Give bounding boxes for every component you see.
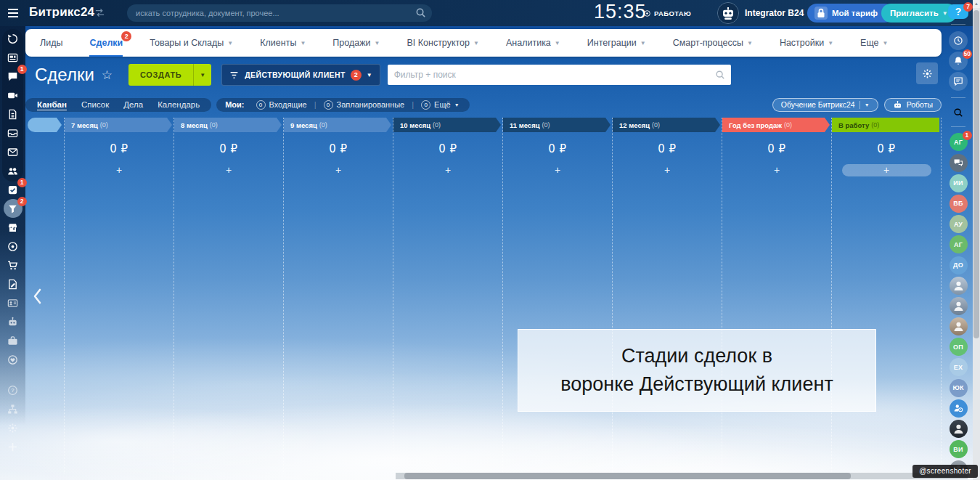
chat-avatar-14[interactable] [950, 420, 968, 438]
chevron-down-icon[interactable]: ▼ [194, 72, 211, 78]
sidebar-item-add[interactable] [4, 437, 23, 456]
stage-header[interactable]: 12 месяц(0) [613, 118, 720, 132]
chat-avatar-4[interactable]: АУ [950, 215, 968, 233]
nav-item-more[interactable]: Еще ▼ [860, 29, 888, 57]
add-deal-button[interactable]: + [109, 164, 129, 176]
sidebar-item-cart[interactable] [4, 256, 23, 274]
sidebar-item-drive[interactable] [4, 123, 23, 142]
help-button[interactable]: ? 7 [948, 4, 968, 19]
bell-button[interactable]: 50 [949, 52, 968, 70]
stage-header[interactable]: 7 месяц(0) [65, 118, 172, 132]
favorite-star-icon[interactable]: ☆ [102, 68, 113, 83]
funnel-filter-chip[interactable]: ДЕЙСТВУЮЩИЙ КЛИЕНТ 2 ▼ [221, 64, 380, 86]
vertical-scrollbar[interactable]: ▲ [973, 0, 980, 480]
create-deal-button[interactable]: СОЗДАТЬ ▼ [128, 64, 211, 86]
chat-avatar-15[interactable]: ВИ [950, 440, 968, 458]
sidebar-item-market[interactable] [4, 218, 23, 237]
sidebar-item-id-card[interactable] [4, 293, 23, 312]
add-deal-button[interactable]: + [547, 164, 568, 176]
add-deal-button[interactable]: + [438, 164, 458, 176]
sidebar-item-help[interactable]: ? [4, 381, 23, 399]
nav-item-deals[interactable]: Сделки 2 [89, 29, 123, 57]
counter-1[interactable]: 0 Запланированные [318, 100, 411, 110]
collapse-panel-chevron[interactable] [32, 288, 44, 305]
sidebar-item-tasks[interactable]: 1 [4, 180, 23, 199]
counter-0[interactable]: 0 Входящие [250, 100, 313, 110]
chat-avatar-12[interactable]: ЮК [950, 379, 968, 397]
sidebar-item-crm-funnel[interactable]: 2 [4, 199, 23, 218]
switch-workspace-icon[interactable] [94, 7, 105, 18]
view-tab-1[interactable]: Список [74, 99, 116, 111]
sidebar-search-button[interactable] [949, 105, 968, 119]
horizontal-scrollbar[interactable] [396, 473, 968, 479]
robots-button[interactable]: Роботы [884, 98, 942, 112]
chat-avatar-1[interactable] [950, 154, 968, 172]
stage-header[interactable]: Год без продаж(0) [722, 118, 830, 132]
chat-avatar-5[interactable]: АГ [950, 235, 968, 253]
sidebar-item-pulse[interactable] [4, 29, 23, 48]
sidebar-item-feed[interactable] [4, 48, 23, 67]
sidebar-item-sitemap[interactable] [4, 399, 23, 418]
training-button[interactable]: Обучение Битрикс24 ▼ [772, 98, 878, 112]
chat-avatar-2[interactable]: ИИ [950, 174, 968, 192]
stage-header[interactable]: 11 месяц(0) [503, 118, 611, 132]
add-deal-button[interactable]: + [657, 164, 677, 176]
chat-avatar-13[interactable] [950, 399, 968, 418]
global-search-input[interactable] [127, 4, 432, 22]
horizontal-scrollbar-thumb[interactable] [404, 473, 851, 479]
vertical-scrollbar-thumb[interactable] [973, 10, 979, 338]
view-tab-0[interactable]: Канбан [30, 99, 74, 111]
sidebar-item-documents[interactable] [4, 105, 23, 123]
counter-2[interactable]: 0 Ещё ▼ [415, 100, 465, 110]
sidebar-item-copilot[interactable] [4, 237, 23, 256]
chat-lines-button[interactable] [949, 72, 968, 91]
user-avatar[interactable] [717, 2, 739, 24]
chat-avatar-11[interactable]: ЕХ [950, 358, 968, 376]
sidebar-item-groups[interactable] [4, 161, 23, 180]
nav-item-integrations[interactable]: Интеграции ▼ [587, 29, 646, 57]
stage-header[interactable]: 8 месяц(0) [174, 118, 282, 132]
stage-header[interactable]: В работу(0) [832, 118, 939, 132]
add-deal-button[interactable]: + [328, 164, 348, 176]
add-deal-button[interactable]: + [767, 164, 787, 176]
nav-item-products[interactable]: Товары и Склады ▼ [150, 29, 233, 57]
hamburger-menu-icon[interactable] [7, 7, 20, 19]
nav-item-smart-processes[interactable]: Смарт-процессы ▼ [673, 29, 753, 57]
app-logo[interactable]: Битрикс24 [29, 5, 94, 20]
sidebar-item-video[interactable] [4, 86, 23, 105]
chat-avatar-7[interactable] [950, 277, 968, 295]
nav-item-settings[interactable]: Настройки ▼ [780, 29, 833, 57]
kanban-collapsed-stage-stub[interactable] [28, 118, 62, 132]
sidebar-item-messenger[interactable]: 1 [4, 67, 23, 86]
worktime-clock[interactable]: 15:35 [594, 1, 647, 23]
chat-avatar-0[interactable]: АГ1 [950, 133, 968, 151]
sidebar-item-automation[interactable] [4, 312, 23, 331]
add-deal-button[interactable]: + [842, 164, 931, 176]
nav-item-bi-constructor[interactable]: BI Конструктор ▼ [407, 29, 478, 57]
board-settings-button[interactable] [916, 62, 938, 84]
nav-item-clients[interactable]: Клиенты ▼ [260, 29, 306, 57]
work-status[interactable]: РАБОТАЮ [643, 9, 691, 17]
user-menu[interactable]: Integrator B24▼ [745, 8, 812, 18]
chat-avatar-9[interactable] [950, 317, 968, 335]
sidebar-item-sticker[interactable] [4, 350, 23, 369]
stage-header[interactable]: 9 месяц(0) [284, 118, 391, 132]
chat-avatar-8[interactable] [950, 297, 968, 315]
stage-header[interactable]: 10 месяц(0) [393, 118, 501, 132]
sidebar-item-settings[interactable] [4, 418, 23, 437]
nav-item-sales[interactable]: Продажи ▼ [332, 29, 380, 57]
nav-item-analytics[interactable]: Аналитика ▼ [506, 29, 560, 57]
chat-avatar-10[interactable]: ОП [950, 338, 968, 356]
chat-avatar-3[interactable]: ВБ [950, 195, 968, 213]
sidebar-item-sign[interactable] [4, 274, 23, 293]
view-tab-3[interactable]: Календарь [150, 99, 207, 111]
filter-search-input[interactable] [388, 65, 731, 85]
add-deal-button[interactable]: + [219, 164, 239, 176]
chat-avatar-6[interactable]: ДО [950, 256, 968, 274]
sidebar-item-mail[interactable] [4, 142, 23, 161]
nav-item-leads[interactable]: Лиды [40, 29, 62, 57]
view-tab-2[interactable]: Дела [116, 99, 150, 111]
history-button[interactable] [949, 31, 968, 50]
scroll-up-arrow[interactable]: ▲ [973, 0, 980, 8]
sidebar-item-briefcase[interactable] [4, 331, 23, 350]
